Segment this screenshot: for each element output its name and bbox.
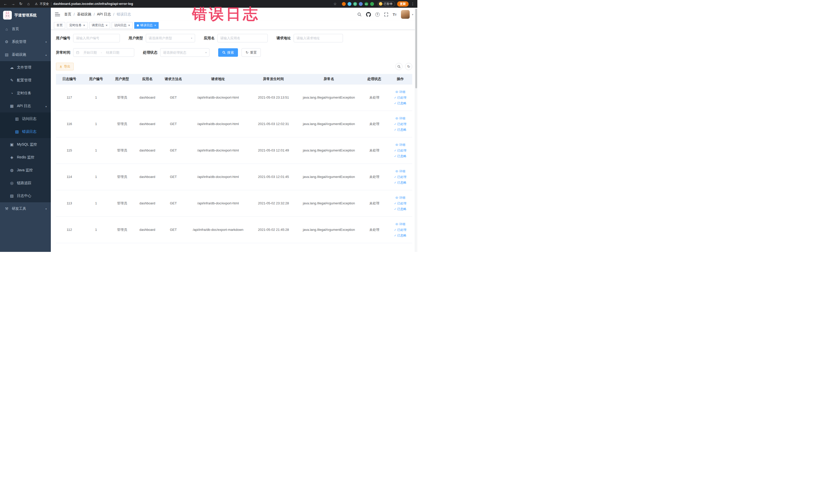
date-range-picker[interactable]: - <box>73 48 134 57</box>
search-button-label: 搜索 <box>227 50 234 55</box>
request-url-input[interactable] <box>297 36 340 40</box>
end-date-input[interactable] <box>103 51 122 55</box>
detail-link[interactable]: 详细 <box>389 89 411 95</box>
ignored-link[interactable]: ✓ 已忽略 <box>389 100 411 106</box>
ignored-link[interactable]: ✓ 已忽略 <box>389 233 411 238</box>
processed-link-label: 已处理 <box>398 174 407 180</box>
tab-2[interactable]: 调度日志× <box>89 22 110 29</box>
export-button[interactable]: 导出 <box>56 63 74 70</box>
sidebar-item-4[interactable]: ✎配置管理 <box>0 74 51 87</box>
processed-link[interactable]: ✓ 已处理 <box>389 148 411 153</box>
cell-method: GET <box>160 137 187 164</box>
browser-menu-icon[interactable]: ⋮ <box>411 2 415 6</box>
sidebar-item-0[interactable]: ⌂首页 <box>0 23 51 36</box>
forward-icon[interactable]: → <box>10 0 16 8</box>
extension-icon-vue[interactable]: V <box>353 2 357 6</box>
processed-link[interactable]: ✓ 已处理 <box>389 201 411 206</box>
cell-exception-time: 2021-05-03 12:02:31 <box>249 110 298 137</box>
processed-link-label: 已处理 <box>398 201 407 206</box>
tab-4[interactable]: 错误日志× <box>134 22 159 29</box>
detail-link[interactable]: 详细 <box>389 195 411 201</box>
ignored-link-label: 已忽略 <box>398 180 407 185</box>
profile-paused-badge[interactable]: 已暂停 <box>378 1 395 7</box>
github-icon[interactable] <box>366 12 371 17</box>
sidebar-item-11[interactable]: ◍Java 监控 <box>0 164 51 177</box>
search-button[interactable]: 搜索 <box>218 48 238 57</box>
breadcrumb-item-1[interactable]: 基础设施 <box>77 12 91 17</box>
user-type-select[interactable] <box>149 36 189 40</box>
sidebar-item-6[interactable]: ▦API 日志▴ <box>0 100 51 113</box>
bookmark-star-icon[interactable]: ☆ <box>333 2 337 6</box>
sidebar-item-13[interactable]: ▨日志中心 <box>0 189 51 202</box>
col-method: 请求方法名 <box>160 74 187 84</box>
start-date-input[interactable] <box>81 51 99 55</box>
processed-link[interactable]: ✓ 已处理 <box>389 121 411 127</box>
breadcrumb-item-0[interactable]: 首页 <box>64 12 72 17</box>
tab-1[interactable]: 定时任务× <box>67 22 88 29</box>
address-bar[interactable]: ⚠ 不安全 dashboard.yudao.iocoder.cn/infra/l… <box>33 2 338 6</box>
sidebar-item-8[interactable]: ▧错误日志 <box>0 125 51 138</box>
mysql-monitor-icon: ▣ <box>9 142 14 147</box>
cell-exception-name: java.lang.IllegalArgumentException <box>298 190 360 217</box>
home-icon[interactable]: ⌂ <box>26 0 31 8</box>
sidebar-item-7[interactable]: ▥访问日志 <box>0 113 51 125</box>
extension-icon-water[interactable] <box>348 2 351 6</box>
tab-0[interactable]: 首页 <box>54 22 65 29</box>
tab-close-icon[interactable]: × <box>128 24 130 27</box>
font-size-icon[interactable]: TT <box>393 13 396 16</box>
user-avatar[interactable] <box>401 10 410 19</box>
user-id-input[interactable] <box>76 36 117 40</box>
app-name-input[interactable] <box>220 36 265 40</box>
sidebar-item-12[interactable]: ◎链路追踪 <box>0 177 51 189</box>
check-icon: ✓ <box>394 148 396 153</box>
update-button[interactable]: 更新 <box>397 1 409 7</box>
sidebar-item-label: MySQL 监控 <box>17 142 37 147</box>
tab-close-icon[interactable]: × <box>154 24 156 27</box>
ignored-link[interactable]: ✓ 已忽略 <box>389 180 411 185</box>
ignored-link[interactable]: ✓ 已忽略 <box>389 127 411 133</box>
extension-icon-green[interactable] <box>370 2 374 6</box>
detail-link[interactable]: 详细 <box>389 142 411 148</box>
reload-icon[interactable]: ↻ <box>18 0 24 8</box>
sidebar-item-3[interactable]: ☁文件管理 <box>0 61 51 74</box>
sidebar-item-14[interactable]: ⚒研发工具▾ <box>0 202 51 215</box>
sidebar-item-5[interactable]: ◔定时任务 <box>0 87 51 100</box>
cell-request-url: /api/infra/db-doc/export-markdown <box>187 217 249 243</box>
check-icon: ✓ <box>394 153 396 159</box>
profile-avatar-icon <box>379 2 383 6</box>
processed-link[interactable]: ✓ 已处理 <box>389 174 411 180</box>
back-icon[interactable]: ← <box>3 0 8 8</box>
search-icon[interactable] <box>357 12 362 17</box>
avatar-caret-icon[interactable]: ▾ <box>412 13 413 16</box>
tab-3[interactable]: 访问日志× <box>111 22 133 29</box>
detail-link[interactable]: 详细 <box>389 116 411 121</box>
logo-area[interactable]: 芋道管理系统 <box>0 8 51 23</box>
processed-link-label: 已处理 <box>398 148 407 153</box>
toggle-search-button[interactable] <box>395 63 403 70</box>
breadcrumb-item-2[interactable]: API 日志 <box>97 12 111 17</box>
scrollbar-thumb[interactable] <box>415 9 417 88</box>
sidebar-item-1[interactable]: ⚙系统管理▾ <box>0 36 51 48</box>
extension-icon-on[interactable]: on <box>365 2 368 6</box>
detail-link[interactable]: 详细 <box>389 221 411 227</box>
processed-link[interactable]: ✓ 已处理 <box>389 95 411 100</box>
fullscreen-icon[interactable] <box>384 12 388 17</box>
url-text: dashboard.yudao.iocoder.cn/infra/log/api… <box>54 2 133 6</box>
extension-icon-orange[interactable] <box>342 2 346 6</box>
process-status-select[interactable] <box>163 51 204 55</box>
ignored-link[interactable]: ✓ 已忽略 <box>389 206 411 212</box>
processed-link[interactable]: ✓ 已处理 <box>389 227 411 233</box>
sidebar-item-10[interactable]: ◈Redis 监控 <box>0 151 51 164</box>
sidebar-item-2[interactable]: ▤基础设施▴ <box>0 48 51 61</box>
reset-button[interactable]: ↻ 重置 <box>242 48 261 57</box>
help-icon[interactable]: ? <box>375 12 380 17</box>
hamburger-icon[interactable] <box>55 12 60 16</box>
ignored-link[interactable]: ✓ 已忽略 <box>389 153 411 159</box>
extension-icon-blue[interactable] <box>359 2 363 6</box>
detail-link[interactable]: 详细 <box>389 168 411 174</box>
window-scrollbar[interactable] <box>415 8 418 252</box>
refresh-table-button[interactable]: ↻ <box>405 63 412 70</box>
tab-close-icon[interactable]: × <box>106 24 108 27</box>
sidebar-item-9[interactable]: ▣MySQL 监控 <box>0 138 51 151</box>
tab-close-icon[interactable]: × <box>83 24 85 27</box>
